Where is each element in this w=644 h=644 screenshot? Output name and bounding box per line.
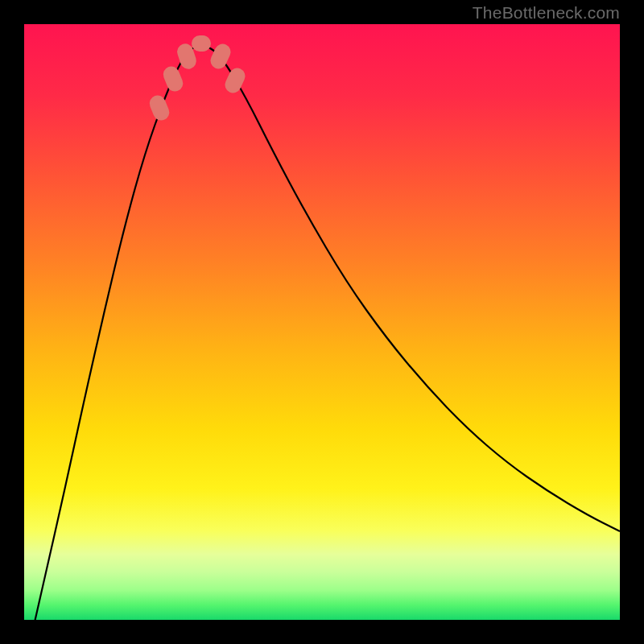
chart-frame	[24, 24, 620, 620]
curve-marker	[192, 36, 210, 51]
curve-marker	[148, 94, 171, 122]
curve-marker	[209, 43, 233, 71]
watermark-text: TheBottleneck.com	[473, 3, 620, 23]
curve-marker	[224, 67, 247, 95]
curve-marker	[162, 65, 184, 93]
bottleneck-curve	[24, 45, 620, 620]
marker-group	[148, 36, 246, 122]
curve-layer	[24, 24, 620, 620]
